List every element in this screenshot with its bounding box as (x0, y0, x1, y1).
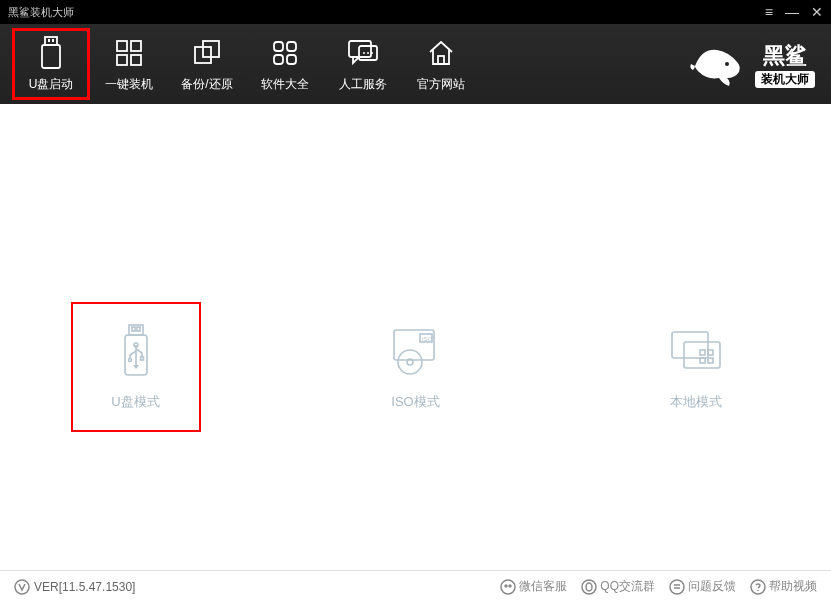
minimize-icon[interactable]: — (785, 4, 799, 20)
svg-rect-11 (287, 42, 296, 51)
version-label: VER[11.5.47.1530] (14, 579, 135, 595)
svg-point-42 (505, 585, 507, 587)
footer-wechat[interactable]: 微信客服 (500, 578, 567, 595)
nav-one-click[interactable]: 一键装机 (90, 28, 168, 100)
usb-icon (34, 36, 68, 70)
svg-point-40 (15, 580, 29, 594)
nav-backup-restore[interactable]: 备份/还原 (168, 28, 246, 100)
mode-label: 本地模式 (670, 393, 722, 411)
close-icon[interactable]: ✕ (811, 4, 823, 20)
svg-rect-6 (117, 55, 127, 65)
shark-icon (687, 38, 747, 90)
nav-label: 软件大全 (261, 76, 309, 93)
nav-label: 人工服务 (339, 76, 387, 93)
svg-rect-23 (137, 327, 140, 331)
svg-point-18 (371, 52, 373, 54)
footer-feedback[interactable]: 问题反馈 (669, 578, 736, 595)
svg-point-20 (725, 62, 729, 66)
svg-rect-5 (131, 41, 141, 51)
footer-help[interactable]: 帮助视频 (750, 578, 817, 595)
svg-rect-1 (48, 39, 50, 42)
svg-rect-34 (672, 332, 708, 358)
svg-point-17 (367, 52, 369, 54)
nav-website[interactable]: 官方网站 (402, 28, 480, 100)
svg-text:ISO: ISO (422, 336, 433, 342)
mode-local[interactable]: 本地模式 (631, 302, 761, 432)
mode-label: ISO模式 (391, 393, 439, 411)
mode-usb[interactable]: U盘模式 (71, 302, 201, 432)
svg-rect-10 (274, 42, 283, 51)
svg-rect-3 (42, 45, 60, 68)
apps-icon (268, 36, 302, 70)
chat-icon (346, 36, 380, 70)
nav-usb-boot[interactable]: U盘启动 (12, 28, 90, 100)
footer-qq[interactable]: QQ交流群 (581, 578, 655, 595)
nav-label: 备份/还原 (181, 76, 232, 93)
svg-point-27 (128, 359, 131, 362)
svg-rect-0 (45, 37, 57, 45)
svg-rect-36 (700, 350, 705, 355)
svg-rect-21 (129, 325, 143, 335)
title-bar: 黑鲨装机大师 ≡ — ✕ (0, 0, 831, 24)
mode-iso[interactable]: ISO ISO模式 (351, 302, 481, 432)
brand-logo: 黑鲨 装机大师 (687, 38, 815, 90)
svg-point-46 (670, 580, 684, 594)
mode-label: U盘模式 (111, 393, 159, 411)
main-content: U盘模式 ISO ISO模式 本地模式 (0, 104, 831, 570)
svg-point-41 (501, 580, 515, 594)
svg-rect-39 (708, 358, 713, 363)
menu-icon[interactable]: ≡ (765, 4, 773, 20)
window-controls: ≡ — ✕ (765, 4, 823, 20)
nav-label: 官方网站 (417, 76, 465, 93)
svg-point-47 (751, 580, 765, 594)
svg-rect-2 (52, 39, 54, 42)
local-mode-icon (668, 323, 724, 379)
svg-rect-38 (700, 358, 705, 363)
brand-name: 黑鲨 (763, 41, 807, 71)
usb-mode-icon (108, 323, 164, 379)
svg-rect-28 (140, 357, 143, 360)
svg-point-43 (509, 585, 511, 587)
svg-point-32 (398, 350, 422, 374)
svg-point-44 (582, 580, 596, 594)
windows-icon (112, 36, 146, 70)
toolbar: U盘启动 一键装机 备份/还原 软件大全 人工服务 官方网站 (0, 24, 831, 104)
copy-icon (190, 36, 224, 70)
svg-rect-4 (117, 41, 127, 51)
svg-rect-13 (287, 55, 296, 64)
svg-rect-19 (438, 56, 444, 64)
svg-rect-7 (131, 55, 141, 65)
svg-rect-14 (349, 41, 371, 57)
nav-label: 一键装机 (105, 76, 153, 93)
svg-point-45 (586, 583, 592, 591)
home-icon (424, 36, 458, 70)
svg-rect-12 (274, 55, 283, 64)
svg-point-16 (363, 52, 365, 54)
nav-support[interactable]: 人工服务 (324, 28, 402, 100)
svg-rect-22 (132, 327, 135, 331)
brand-subtitle: 装机大师 (755, 71, 815, 88)
status-bar: VER[11.5.47.1530] 微信客服 QQ交流群 问题反馈 帮助视频 (0, 570, 831, 602)
nav-label: U盘启动 (29, 76, 74, 93)
iso-mode-icon: ISO (388, 323, 444, 379)
svg-rect-37 (708, 350, 713, 355)
app-title: 黑鲨装机大师 (8, 5, 74, 20)
nav-software[interactable]: 软件大全 (246, 28, 324, 100)
